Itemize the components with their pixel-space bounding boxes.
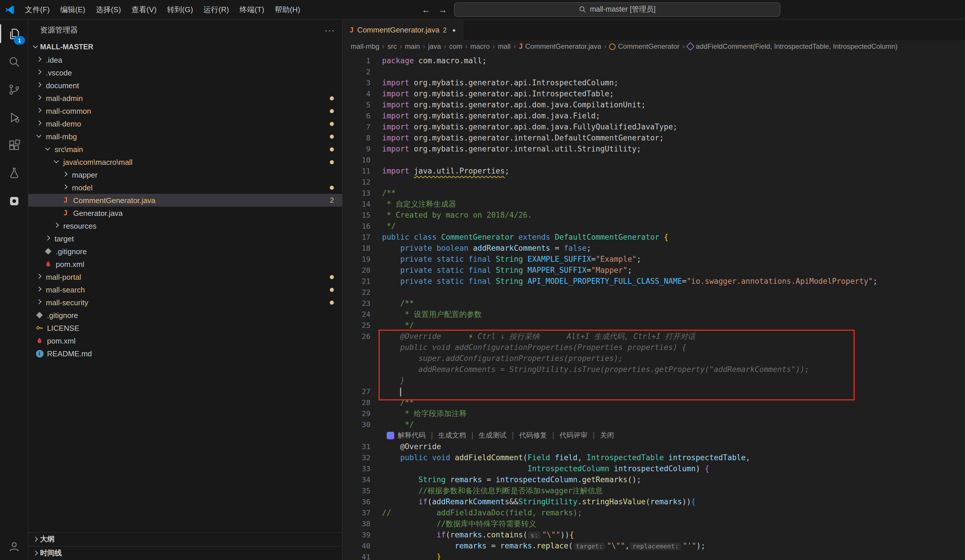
ai-action-解释代码[interactable]: 解释代码 <box>398 431 425 439</box>
sidebar-header: 资源管理器 ··· <box>28 20 342 40</box>
tree-item-src\main[interactable]: src\main <box>28 143 342 155</box>
menu-bar: 文件(F)编辑(E)选择(S)查看(V)转到(G)运行(R)终端(T)帮助(H) <box>20 0 306 19</box>
tree-item-mall-security[interactable]: mall-security <box>28 296 342 309</box>
vscode-window: 文件(F)编辑(E)选择(S)查看(V)转到(G)运行(R)终端(T)帮助(H)… <box>0 0 965 560</box>
tree-item-label: README.md <box>47 349 92 358</box>
account-icon[interactable] <box>0 532 28 560</box>
breadcrumb-item[interactable]: macro <box>470 42 490 51</box>
ai-action-separator: | <box>547 431 559 439</box>
search-icon[interactable] <box>0 47 28 75</box>
section-outline[interactable]: 大纲 <box>28 532 342 546</box>
tree-item-label: mapper <box>72 170 98 179</box>
code-line: 7import org.mybatis.generator.api.dom.ja… <box>343 121 965 132</box>
line-number: 17 <box>343 233 370 242</box>
tab-commentgenerator-java[interactable]: J CommentGenerator.java 2 ● <box>343 20 463 40</box>
readme-icon: i <box>34 349 45 358</box>
testing-icon[interactable] <box>0 159 28 187</box>
command-center-search[interactable]: mall-master [管理员] <box>454 2 780 17</box>
ghost-code-line: } <box>343 375 965 386</box>
tree-item-LICENSE[interactable]: LICENSE <box>28 322 342 334</box>
chevron-down-icon <box>43 144 52 154</box>
tree-item-mall-mbg[interactable]: mall-mbg <box>28 130 342 143</box>
menu-查看(V)[interactable]: 查看(V) <box>126 0 162 19</box>
breadcrumb-item[interactable]: main <box>405 42 420 51</box>
tree-item-README.md[interactable]: iREADME.md <box>28 347 342 360</box>
code-line: 23 /** <box>343 298 965 309</box>
tree-item-label: resources <box>63 221 96 230</box>
menu-运行(R)[interactable]: 运行(R) <box>198 0 234 19</box>
tree-item-mall-common[interactable]: mall-common <box>28 104 342 117</box>
breadcrumb-item[interactable]: addFieldComment(Field, IntrospectedTable… <box>688 42 898 51</box>
tree-item-pom.xml[interactable]: pom.xml <box>28 334 342 347</box>
extensions-icon[interactable] <box>0 131 28 159</box>
tree-item-label: pom.xml <box>56 260 84 268</box>
code-editor[interactable]: 1package com.macro.mall;23import org.myb… <box>343 53 965 560</box>
code-line: 32 public void addFieldComment(Field fie… <box>343 452 965 463</box>
breadcrumb-item[interactable]: mall-mbg <box>351 42 379 51</box>
ai-action-生成文档[interactable]: 生成文档 <box>438 431 466 439</box>
line-number: 36 <box>343 497 370 506</box>
menu-帮助(H)[interactable]: 帮助(H) <box>270 0 306 19</box>
tree-item-label: mall-security <box>46 298 88 307</box>
breadcrumb-item[interactable]: com <box>449 42 462 51</box>
tree-item-.gitignore[interactable]: .gitignore <box>28 245 342 258</box>
run-debug-icon[interactable] <box>0 103 28 131</box>
tree-item-.gitignore[interactable]: .gitignore <box>28 309 342 322</box>
tree-item-pom.xml[interactable]: pom.xml <box>28 258 342 270</box>
chevron-right-icon <box>34 298 44 307</box>
menu-文件(F)[interactable]: 文件(F) <box>20 0 55 19</box>
line-number: 20 <box>343 266 370 274</box>
breadcrumb-item[interactable]: src <box>388 42 397 51</box>
section-timeline[interactable]: 时间线 <box>28 546 342 560</box>
tree-item-resources[interactable]: resources <box>28 219 342 232</box>
line-number: 40 <box>343 541 370 550</box>
menu-选择(S)[interactable]: 选择(S) <box>91 0 126 19</box>
history-forward-icon[interactable]: → <box>437 5 448 15</box>
tree-item-document[interactable]: document <box>28 79 342 92</box>
more-actions-icon[interactable]: ··· <box>325 25 335 35</box>
chevron-right-icon <box>34 68 44 77</box>
ai-action-关闭[interactable]: 关闭 <box>600 431 614 439</box>
breadcrumb-item[interactable]: CommentGenerator <box>609 42 680 51</box>
line-number: 2 <box>343 67 370 76</box>
tree-item-.idea[interactable]: .idea <box>28 53 342 66</box>
tree-item-mapper[interactable]: mapper <box>28 168 342 181</box>
editor-group: J CommentGenerator.java 2 ● mall-mbg›src… <box>343 20 965 560</box>
tree-root-label: MALL-MASTER <box>40 42 93 51</box>
ai-action-生成测试[interactable]: 生成测试 <box>479 431 507 439</box>
tree-item-mall-portal[interactable]: mall-portal <box>28 270 342 283</box>
tree-item-label: CommentGenerator.java <box>73 196 155 204</box>
menu-终端(T)[interactable]: 终端(T) <box>234 0 270 19</box>
line-number: 37 <box>343 508 370 517</box>
explorer-icon[interactable]: 1 <box>0 20 28 47</box>
ai-action-代码评审[interactable]: 代码评审 <box>560 431 587 439</box>
code-line: 39 if(remarks.contains(s:"\"")){ <box>343 529 965 540</box>
menu-编辑(E)[interactable]: 编辑(E) <box>55 0 91 19</box>
breadcrumb-item[interactable]: java <box>428 42 441 51</box>
tree-item-CommentGenerator.java[interactable]: JCommentGenerator.java2 <box>28 194 342 207</box>
tree-item-mall-admin[interactable]: mall-admin <box>28 92 342 104</box>
menu-转到(G)[interactable]: 转到(G) <box>162 0 198 19</box>
tree-item-mall-demo[interactable]: mall-demo <box>28 117 342 130</box>
tree-item-.vscode[interactable]: .vscode <box>28 66 342 79</box>
source-control-icon[interactable] <box>0 75 28 103</box>
unsaved-dot-icon[interactable]: ● <box>453 27 456 33</box>
chevron-right-icon <box>34 81 44 90</box>
code-line: 5import org.mybatis.generator.api.dom.ja… <box>343 99 965 110</box>
breadcrumb-item[interactable]: JCommentGenerator.java <box>519 42 601 51</box>
tree-item-model[interactable]: model <box>28 181 342 194</box>
tree-item-mall-search[interactable]: mall-search <box>28 283 342 296</box>
tree-root-mall-master[interactable]: MALL-MASTER <box>28 40 342 53</box>
history-back-icon[interactable]: ← <box>420 5 432 15</box>
breadcrumb-item[interactable]: mall <box>498 42 511 51</box>
symbol-class-icon <box>609 43 616 50</box>
line-number: 41 <box>343 552 370 560</box>
tree-item-Generator.java[interactable]: JGenerator.java <box>28 207 342 219</box>
ai-assistant-icon[interactable] <box>0 187 28 215</box>
line-number: 34 <box>343 475 370 484</box>
tree-item-target[interactable]: target <box>28 232 342 245</box>
modified-dot-icon <box>330 160 334 164</box>
tree-item-java\com\macro\mall[interactable]: java\com\macro\mall <box>28 155 342 168</box>
ai-action-代码修复[interactable]: 代码修复 <box>519 431 547 439</box>
breadcrumb-separator: › <box>493 42 495 51</box>
